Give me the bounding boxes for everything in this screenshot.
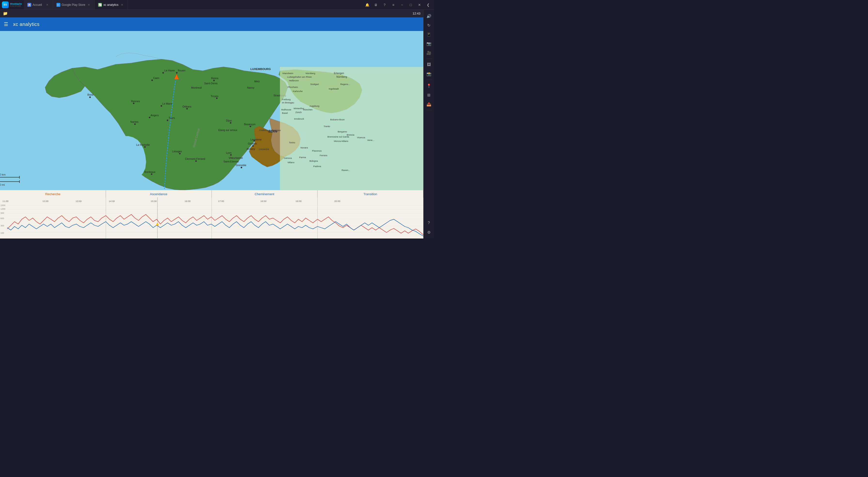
maximize-button[interactable]: □ [407,1,414,8]
svg-text:Saint-Denis: Saint-Denis [204,82,217,85]
help-button[interactable]: ? [381,1,389,8]
toolbar-settings-button[interactable]: ⚙ [425,228,433,236]
collapse-button[interactable]: ❮ [424,1,432,8]
svg-text:LUXEMBOURG: LUXEMBOURG [250,67,271,70]
app-header: ☰ xc analytics [0,18,423,31]
svg-text:1500: 1500 [0,204,5,206]
svg-text:Grenoble: Grenoble [236,164,247,167]
svg-text:Troyes: Troyes [211,95,218,98]
svg-text:600: 600 [0,217,4,220]
svg-point-22 [179,153,180,154]
svg-text:Reims: Reims [211,77,218,80]
tab-accueil-close[interactable]: ✕ [45,3,50,7]
svg-text:Milano: Milano [288,161,294,164]
screenshot-button[interactable]: 📸 [425,69,433,78]
section-transition: Transition [317,190,423,198]
tab-google-play[interactable]: ▶ Google Play Store ✕ [53,0,95,9]
file-icon: 📁 [3,11,8,16]
svg-text:13:00: 13:00 [75,200,82,202]
svg-text:Heilbronn: Heilbronn [289,79,299,82]
svg-text:im Breisgau: im Breisgau [282,101,294,104]
menu-button[interactable]: ≡ [390,1,397,8]
status-time: 12:43 [412,12,421,15]
close-button[interactable]: ✕ [415,1,423,8]
svg-text:Trento: Trento [323,125,330,128]
minimize-button[interactable]: − [398,1,406,8]
volume-button[interactable]: 🔊 [425,12,433,20]
chart-section-labels: Recherche Ascendance Cheminement Transit… [0,190,423,198]
svg-text:Le Mans: Le Mans [162,102,173,105]
svg-text:11:00: 11:00 [2,200,8,202]
svg-point-15 [133,103,134,104]
svg-text:Clermont-Ferrand: Clermont-Ferrand [185,157,206,160]
svg-text:Augsburg: Augsburg [310,105,319,107]
svg-point-12 [176,72,178,74]
phone-button[interactable]: 📱 [425,30,433,39]
svg-text:Monza-Milano: Monza-Milano [334,140,348,142]
bluestacks-version: 4.210.10.1005 [10,5,22,7]
svg-text:Caen: Caen [153,76,159,80]
svg-text:1200: 1200 [0,208,5,210]
svg-text:Bolzano-Boze: Bolzano-Boze [330,118,345,121]
svg-text:Bologna: Bologna [310,160,318,162]
svg-text:Zürich: Zürich [295,111,302,114]
notification-button[interactable]: 🔔 [363,1,371,8]
toolbar-help-button[interactable]: ? [425,219,433,227]
main-content: 📁 12:43 ☰ xc analytics [0,10,423,238]
svg-text:Nürnberg: Nürnberg [306,72,315,74]
map-container[interactable]: 100 km 100 mi [0,31,423,190]
svg-text:Pforzheim: Pforzheim [288,86,298,88]
section-recherche: Recherche [0,190,106,198]
svg-point-29 [230,154,231,156]
play-icon: ▶ [56,3,60,7]
tab-play-close[interactable]: ✕ [87,3,91,7]
svg-text:Bremosine sul Garda: Bremosine sul Garda [328,135,349,138]
tab-xc-analytics[interactable]: 📈 xc analytics ✕ [95,0,128,9]
svg-text:Bergamo: Bergamo [338,130,347,133]
screen-button[interactable]: 🖥 [372,1,380,8]
svg-point-13 [151,80,153,81]
app-container: ☰ xc analytics [0,18,423,238]
svg-point-28 [216,97,217,99]
svg-text:Villeurbanne: Villeurbanne [228,156,243,159]
svg-text:Besançon: Besançon [244,123,255,126]
video-button[interactable]: 🎥 [425,49,433,57]
svg-point-18 [167,120,168,121]
svg-text:Innsbruck: Innsbruck [294,118,304,120]
svg-point-17 [149,117,150,118]
tab-accueil[interactable]: 🏠 Accueil ✕ [24,0,53,9]
pages-button[interactable]: ⊞ [425,91,433,99]
bluestacks-icon: BS [2,1,9,8]
location-button[interactable]: 📍 [425,82,433,90]
titlebar-controls: 🔔 🖥 ? ≡ − □ ✕ ❮ [361,1,434,8]
bluestacks-logo: BS BlueStacks 4.210.10.1005 [0,1,24,8]
svg-text:Novara: Novara [301,146,308,149]
svg-text:Ludwigshafen am Rhein: Ludwigshafen am Rhein [287,75,312,78]
svg-text:Parma: Parma [299,156,306,159]
tab-xc-close[interactable]: ✕ [120,3,124,7]
svg-text:Metz: Metz [254,80,260,83]
svg-point-32 [252,145,254,147]
svg-point-14 [89,96,91,98]
svg-text:Lyon: Lyon [226,151,231,154]
import-button[interactable]: 📤 [425,100,433,108]
svg-text:Brest: Brest [87,93,93,96]
svg-point-16 [161,105,162,106]
svg-text:100: 100 [0,232,4,234]
svg-text:Stuttgart: Stuttgart [310,83,319,86]
svg-text:La Rochelle: La Rochelle [136,144,150,146]
hamburger-icon[interactable]: ☰ [4,21,8,27]
rotate-button[interactable]: ↻ [425,21,433,30]
svg-text:Saint-Etienne: Saint-Etienne [223,160,239,163]
svg-point-21 [144,146,146,148]
statusbar-left: 📁 [3,11,8,16]
svg-point-23 [195,160,197,162]
camera-button[interactable]: 📷 [425,39,433,48]
section-ascendance: Ascendance [106,190,212,198]
svg-text:Freiburg: Freiburg [282,98,290,101]
section-cheminement: Cheminement [212,190,317,198]
svg-text:Tours: Tours [168,117,175,119]
toolbar-sep-2 [426,80,432,80]
svg-point-11 [162,72,164,74]
image-button[interactable]: 🖼 [425,60,433,69]
